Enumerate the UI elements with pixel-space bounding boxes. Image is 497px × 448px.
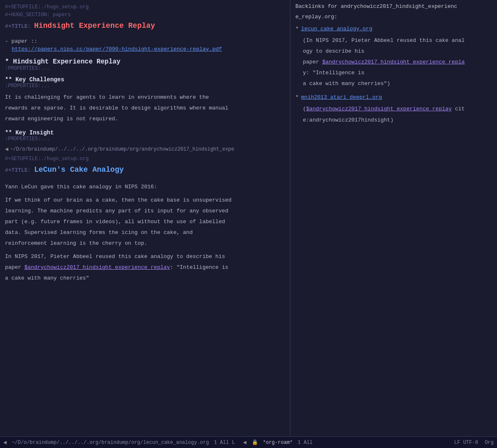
her-link-right-2[interactable]: $andrychowicz2017_hindsight_experience_r… <box>306 106 452 112</box>
lecun-link[interactable]: lecun_cake_analogy.org <box>301 26 373 32</box>
heading-key-insight: ** Key Insight <box>5 129 285 136</box>
properties-1: :PROPERTIES:... <box>5 66 285 71</box>
statusbar-lock-icon: 🔒 <box>252 439 258 446</box>
setup-line-1: #+SETUPFILE:./hugo_setup.org <box>5 3 285 11</box>
backlink-2-body: ($andrychowicz2017_hindsight_experience_… <box>303 105 492 124</box>
hugo-section-line: #+HUGO_SECTION: papers <box>5 11 285 19</box>
properties-2: :PROPERTIES:... <box>5 83 285 89</box>
statusbar-mode: *org-roam* <box>263 440 293 446</box>
right-pane: Backlinks for andrychowicz2017_hindsight… <box>290 0 497 436</box>
body-nips2017: In NIPS 2017, Pieter Abbeel reused this … <box>5 252 285 283</box>
breadcrumb-1: ◄ ~/D/o/braindump/../../../.org/braindum… <box>5 146 285 153</box>
title-line-2: #+TITLE: LeCun's Cake Analogy <box>5 163 285 176</box>
heading-her: * Hindsight Experience Replay <box>5 58 285 66</box>
backlink-item-1: * lecun_cake_analogy.org <box>295 26 492 32</box>
statusbar-left: ◄ ~/D/o/braindump/../../../.org/braindum… <box>3 439 313 446</box>
statusbar-lines: 1 All <box>298 440 313 446</box>
statusbar-type: Org <box>485 440 494 446</box>
statusbar-arrow-left-1: ◄ <box>3 439 7 446</box>
setup-line-2: #+SETUPFILE:./hugo_setup.org <box>5 155 285 163</box>
bullet-star-1: * <box>295 26 299 32</box>
bullet-star-2: * <box>295 94 299 100</box>
back-arrow-icon-1: ◄ <box>5 146 8 153</box>
backlinks-header: Backlinks for andrychowicz2017_hindsight… <box>295 3 492 10</box>
statusbar-encoding: LF UTF-8 <box>454 440 478 446</box>
paper-label: - paper :: <box>5 37 285 46</box>
left-pane: #+SETUPFILE:./hugo_setup.org #+HUGO_SECT… <box>0 0 290 436</box>
backlink-1-body: (In NIPS 2017, Pieter Abbeel reused this… <box>303 36 492 88</box>
body-lecun-intro: Yann LeCun gave this cake analogy in NIP… <box>5 183 285 192</box>
body-cake: If we think of our brain as a cake, then… <box>5 196 285 248</box>
title-line-1: #+TITLE: Hindsight Experience Replay <box>5 19 285 32</box>
her-link-left[interactable]: $andrychowicz2017_hindsight_experience_r… <box>24 264 170 270</box>
mnih-link[interactable]: mnih2013_atari_deeprl.org <box>301 94 382 100</box>
paper-section: - paper :: https://papers.nips.cc/paper/… <box>5 37 285 52</box>
statusbar: ◄ ~/D/o/braindump/../../../.org/braindum… <box>0 436 497 448</box>
properties-3: :PROPERTIES:... <box>5 136 285 142</box>
statusbar-path: ~/D/o/braindump/../../../.org/braindump/… <box>12 440 209 446</box>
backlinks-header-2: e_replay.org: <box>295 14 492 20</box>
statusbar-arrow-left-2: ◄ <box>243 439 246 446</box>
paper-link[interactable]: https://papers.nips.cc/paper/7090-hindsi… <box>12 46 222 52</box>
her-link-right-1[interactable]: $andrychowicz2017_hindsight_experience_r… <box>322 59 465 65</box>
backlink-item-2: * mnih2013_atari_deeprl.org <box>295 94 492 100</box>
statusbar-info: 1 All L <box>214 440 235 446</box>
main-area: #+SETUPFILE:./hugo_setup.org #+HUGO_SECT… <box>0 0 497 436</box>
body-challenges: It is challenging for agents to learn in… <box>5 93 285 124</box>
heading-key-challenges: ** Key Challenges <box>5 76 285 83</box>
paper-link-line: https://papers.nips.cc/paper/7090-hindsi… <box>12 46 285 52</box>
statusbar-right: LF UTF-8 Org <box>454 440 494 446</box>
